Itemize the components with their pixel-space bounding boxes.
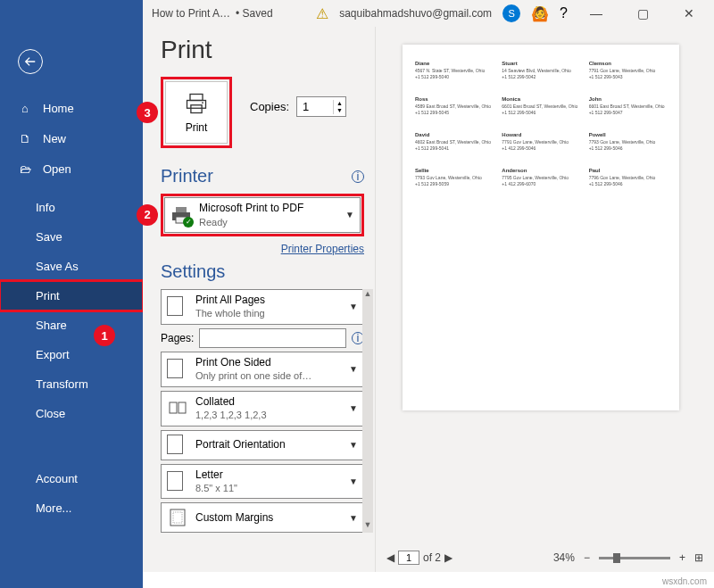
nav-open[interactable]: 🗁Open — [0, 153, 143, 184]
nav-more[interactable]: More... — [0, 493, 143, 523]
print-range-dropdown[interactable]: Print All PagesThe whole thing ▼ — [161, 289, 364, 325]
coming-soon-icon[interactable]: 🙆 — [531, 5, 549, 22]
printer-info-icon[interactable]: i — [352, 170, 364, 183]
new-icon: 🗋 — [18, 131, 32, 145]
margins-icon — [167, 507, 188, 528]
minimize-button[interactable]: — — [578, 1, 614, 26]
nav-print-label: Print — [36, 289, 60, 302]
nav-close-label: Close — [36, 407, 65, 420]
svg-rect-4 — [191, 105, 202, 113]
zoom-out-button[interactable]: − — [584, 551, 590, 564]
paper-sub: 8.5" x 11" — [195, 482, 342, 494]
address-entry: Paul7796 Gov Lane, Westerville, Ohio+1 5… — [589, 168, 667, 187]
nav-account-label: Account — [36, 472, 78, 485]
open-icon: 🗁 — [18, 161, 32, 176]
close-window-button[interactable]: ✕ — [671, 1, 707, 26]
nav-close[interactable]: Close — [0, 399, 143, 428]
user-avatar[interactable]: S — [502, 4, 520, 22]
page-count-label: of 2 — [423, 551, 441, 564]
address-entry: Howard7791 Gov Lane, Westerville, Ohio+1… — [502, 132, 579, 152]
address-entry: Anderson7795 Gov Lane, Westerville, Ohio… — [502, 168, 579, 187]
maximize-button[interactable]: ▢ — [625, 1, 660, 26]
printer-icon — [184, 91, 209, 116]
svg-rect-12 — [173, 512, 182, 523]
print-button-label: Print — [186, 121, 208, 134]
nav-share[interactable]: Share — [0, 311, 143, 340]
chevron-down-icon: ▼ — [349, 364, 358, 374]
zoom-slider[interactable] — [599, 557, 670, 559]
warning-icon: ⚠ — [316, 5, 328, 22]
nav-export[interactable]: Export — [0, 340, 143, 369]
collation-sub: 1,2,3 1,2,3 1,2,3 — [195, 409, 342, 421]
print-button[interactable]: Print — [165, 81, 228, 144]
page-title: Print — [161, 36, 364, 64]
copies-input-wrap: ▲▼ — [296, 96, 346, 117]
printer-device-icon: ✓ — [170, 204, 192, 226]
sides-sub: Only print on one side of… — [195, 369, 342, 382]
svg-rect-7 — [176, 207, 187, 212]
next-page-button[interactable]: ▶ — [444, 551, 452, 564]
sides-title: Print One Sided — [195, 356, 342, 370]
svg-rect-10 — [178, 402, 186, 413]
collation-dropdown[interactable]: Collated1,2,3 1,2,3 1,2,3 ▼ — [161, 391, 364, 427]
nav-transform[interactable]: Transform — [0, 369, 143, 399]
margins-dropdown[interactable]: Custom Margins ▼ — [161, 502, 364, 533]
copies-input[interactable] — [297, 97, 333, 116]
nav-more-label: More... — [36, 501, 71, 515]
print-settings-column: Print 3 Print Copies: ▲▼ Printer i 2 — [143, 27, 375, 572]
prev-page-button[interactable]: ◀ — [386, 551, 394, 564]
document-title: How to Print A… — [152, 7, 230, 20]
settings-scrollbar[interactable]: ▲▼ — [362, 289, 373, 534]
paper-size-dropdown[interactable]: Letter8.5" x 11" ▼ — [161, 464, 364, 500]
nav-save-label: Save — [36, 230, 62, 244]
nav-saveas-label: Save As — [36, 260, 79, 273]
help-icon[interactable]: ? — [560, 5, 568, 21]
svg-rect-3 — [187, 101, 206, 109]
pages-icon — [167, 296, 188, 318]
settings-heading: Settings — [161, 261, 364, 282]
orientation-dropdown[interactable]: Portrait Orientation ▼ — [161, 430, 364, 460]
home-icon: ⌂ — [18, 101, 32, 115]
address-entry: John6601 East Broad ST, Westerville, Ohi… — [589, 96, 667, 116]
paper-title: Letter — [195, 468, 342, 483]
margins-title: Custom Margins — [195, 511, 342, 526]
printer-properties-link[interactable]: Printer Properties — [281, 243, 364, 255]
nav-share-label: Share — [36, 319, 67, 332]
printer-dropdown[interactable]: ✓ Microsoft Print to PDF Ready ▼ — [164, 197, 361, 233]
chevron-down-icon: ▼ — [349, 476, 358, 486]
annotation-badge-1: 1 — [94, 325, 115, 346]
address-entry: Powell7793 Gov Lane, Westerville, Ohio+1… — [589, 132, 667, 152]
nav-save[interactable]: Save — [0, 222, 143, 252]
address-entry: Ross4589 East Broad ST, Westerville, Ohi… — [415, 96, 493, 116]
pages-input[interactable] — [199, 328, 346, 348]
chevron-down-icon: ▼ — [349, 513, 358, 523]
address-entry: David4602 East Broad ST, Westerville, Oh… — [415, 132, 493, 152]
nav-new-label: New — [43, 132, 66, 145]
letter-icon — [167, 471, 188, 493]
collation-title: Collated — [195, 395, 342, 410]
nav-new[interactable]: 🗋New — [0, 123, 143, 153]
annotation-badge-3: 3 — [137, 102, 158, 123]
nav-print[interactable]: Print — [0, 281, 143, 311]
nav-home[interactable]: ⌂Home — [0, 93, 143, 123]
nav-open-label: Open — [43, 162, 71, 176]
svg-rect-9 — [170, 402, 177, 413]
nav-info[interactable]: Info — [0, 193, 143, 222]
nav-account[interactable]: Account — [0, 464, 143, 493]
copies-spinner[interactable]: ▲▼ — [333, 100, 345, 114]
nav-saveas[interactable]: Save As — [0, 252, 143, 281]
collated-icon — [167, 398, 188, 419]
annotation-badge-2: 2 — [137, 204, 158, 226]
zoom-in-button[interactable]: + — [679, 551, 685, 564]
sides-dropdown[interactable]: Print One SidedOnly print on one side of… — [161, 352, 364, 387]
nav-transform-label: Transform — [36, 377, 88, 391]
svg-point-5 — [202, 102, 203, 104]
nav-home-label: Home — [43, 102, 74, 115]
print-preview-pane: Diane4567 N. State ST, Westerville, Ohio… — [375, 27, 714, 572]
fit-page-button[interactable]: ⊞ — [694, 551, 703, 564]
address-entry: Monica6601 East Broad ST, Westerville, O… — [502, 96, 579, 116]
page-number-input[interactable] — [398, 551, 419, 565]
watermark: wsxdn.com — [662, 576, 707, 586]
printer-heading: Printer i — [161, 166, 364, 186]
back-button[interactable] — [18, 49, 43, 74]
